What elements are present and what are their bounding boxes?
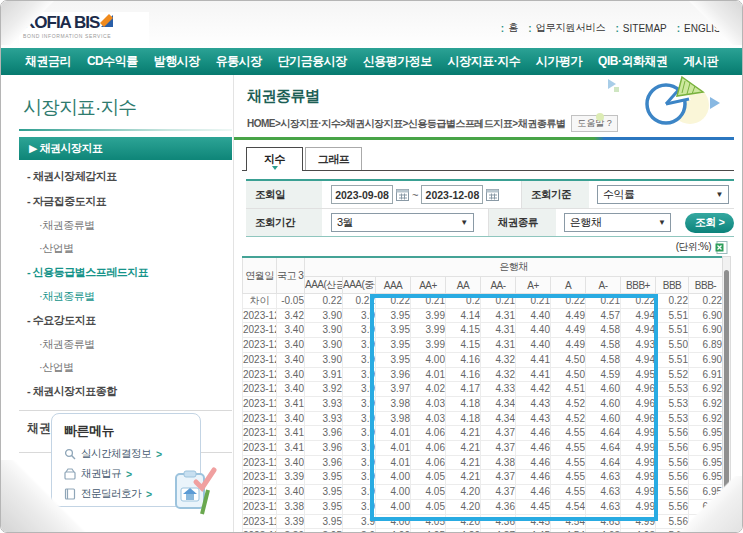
header-rule: [234, 137, 734, 140]
table-row: 2023-12-053.403.903.93.954.004.164.324.4…: [243, 352, 723, 367]
tabs: 지수 그래프: [246, 147, 734, 171]
sidebar-title-rule: [19, 129, 232, 131]
table-row: 2023-11-173.393.953.94.004.054.204.374.4…: [243, 529, 723, 533]
sidebar-item[interactable]: - 신용등급별스프레드지표: [19, 260, 232, 285]
calendar-icon[interactable]: [486, 188, 499, 201]
table-row: 2023-11-303.413.933.93.984.034.184.344.4…: [243, 396, 723, 411]
rating-header-row: AAA(산금AAA(중금AAAAA+AAAA-A+AA-BBB+BBBBBB-: [243, 277, 723, 294]
quickmenu-label: 실시간체결정보: [81, 447, 151, 461]
table-row: 2023-12-043.403.913.93.964.014.164.324.4…: [243, 367, 723, 382]
top-bar: KOFIA BIS BOND INFORMATION SERVICE :홈:업무…: [1, 1, 742, 48]
logo-arrow-icon: [100, 14, 114, 28]
sidebar-item[interactable]: - 채권시장지표종합: [19, 379, 232, 404]
utility-link-label: SITEMAP: [623, 23, 667, 34]
rating-column-header: A: [551, 277, 586, 294]
nav-item[interactable]: 유통시장: [216, 53, 262, 70]
quick-menu-box: 빠른메뉴 실시간체결정보 > 채권법규 > 전문딜러호가 >: [51, 413, 201, 507]
book-icon: [64, 488, 76, 500]
archive-icon: [64, 468, 76, 480]
utility-link[interactable]: :업무지원서비스: [528, 21, 605, 35]
table-body: 차이-0.050.220.220.220.210.20.210.210.220.…: [243, 294, 723, 533]
table-row: 차이-0.050.220.220.220.210.20.210.210.220.…: [243, 294, 723, 309]
utility-link-label: 홈: [508, 21, 518, 35]
basis-select[interactable]: 수익률▼: [597, 185, 729, 204]
sidebar-item[interactable]: ·산업별: [19, 237, 232, 260]
rating-column-header: A+: [516, 277, 551, 294]
rating-column-header: A-: [586, 277, 621, 294]
chevron-right-icon: >: [126, 468, 132, 480]
calendar-icon[interactable]: [396, 188, 409, 201]
nav-item[interactable]: 채권금리: [25, 53, 71, 70]
nav-item[interactable]: CD수익률: [87, 53, 138, 70]
bond-type-label: 채권종류: [488, 209, 556, 236]
content: 시장지표·지수 ▶ 채권시장지표- 채권시장체감지표- 자금집중도지표·채권종류…: [1, 75, 742, 532]
nav-item[interactable]: 발행시장: [154, 53, 200, 70]
sidebar-title: 시장지표·지수: [23, 95, 232, 121]
table-row: 2023-12-063.403.903.93.953.994.154.314.4…: [243, 338, 723, 353]
sidebar-item[interactable]: - 자금집중도지표: [19, 189, 232, 214]
rating-column-header: BBB-: [689, 277, 723, 294]
utility-link[interactable]: :홈: [501, 21, 518, 35]
quickmenu-item-realtime[interactable]: 실시간체결정보 >: [64, 447, 200, 461]
kofia-bis-logo[interactable]: KOFIA BIS BOND INFORMATION SERVICE: [19, 12, 149, 48]
table-scrollbar[interactable]: [722, 256, 731, 524]
tab-label: 그래프: [318, 153, 350, 165]
date-range-separator: ~: [412, 189, 418, 201]
sidebar-item[interactable]: ·채권종류별: [19, 285, 232, 308]
logo-title: KOFIA BIS: [23, 14, 99, 32]
sidebar-item[interactable]: - 채권시장체감지표: [19, 164, 232, 189]
period-select-value: 3월: [337, 215, 353, 230]
utility-link[interactable]: :ENGLISH: [677, 23, 728, 34]
link-separator: :: [528, 23, 531, 34]
utility-link[interactable]: :SITEMAP: [616, 23, 667, 34]
search-form: 조회일 ~ 조회기준 수익률▼ 조회기간 3월▼ 채권종류 은행채▼: [246, 179, 734, 237]
quickmenu-label: 채권법규: [81, 467, 121, 481]
chevron-right-icon: >: [146, 488, 152, 500]
sidebar-item[interactable]: ▶ 채권시장지표: [19, 137, 232, 160]
scrollbar-thumb[interactable]: [724, 270, 729, 495]
page: KOFIA BIS BOND INFORMATION SERVICE :홈:업무…: [0, 0, 743, 533]
table-row: 2023-11-233.393.953.94.004.054.214.374.4…: [243, 470, 723, 485]
clipboard-check-icon: [172, 466, 218, 516]
quick-menu-title: 빠른메뉴: [64, 422, 200, 440]
utility-link-label: ENGLISH: [684, 23, 728, 34]
logo-subtitle: BOND INFORMATION SERVICE: [23, 33, 145, 39]
table-row: 2023-12-013.403.923.93.974.024.174.334.4…: [243, 382, 723, 397]
search-button[interactable]: 조회 >: [685, 213, 734, 233]
tab-index[interactable]: 지수: [246, 147, 303, 171]
bond-type-select[interactable]: 은행채▼: [564, 213, 672, 232]
main-panel: 채권종류별 HOME>시장지표·지수>채권시장지표>신용등급별스프레드지표>채권…: [233, 75, 734, 532]
table-row: 2023-12-073.403.903.93.953.994.154.314.4…: [243, 323, 723, 338]
table-row: 2023-12-083.423.903.93.953.994.144.314.4…: [243, 308, 723, 323]
utility-link-label: 업무지원서비스: [536, 21, 606, 35]
rating-column-header: BBB: [656, 277, 689, 294]
basis-select-value: 수익률: [603, 187, 635, 202]
nav-item[interactable]: 시장지표·지수: [448, 53, 521, 70]
date-from-input[interactable]: [331, 185, 393, 204]
nav-item[interactable]: QIB·외화채권: [598, 53, 667, 70]
group-column-header: 은행채: [305, 257, 723, 277]
date-to-input[interactable]: [421, 185, 483, 204]
tab-label: 지수: [264, 153, 285, 165]
excel-download-icon[interactable]: [715, 241, 728, 254]
table-row: 2023-11-273.413.963.94.014.064.214.374.4…: [243, 441, 723, 456]
side-menu: ▶ 채권시장지표- 채권시장체감지표- 자금집중도지표·채권종류별·산업별- 신…: [19, 137, 232, 404]
sidebar-item[interactable]: ·채권종류별: [19, 214, 232, 237]
sidebar: 시장지표·지수 ▶ 채권시장지표- 채권시장체감지표- 자금집중도지표·채권종류…: [13, 85, 232, 532]
ktb-column-header: 국고 3월: [277, 257, 305, 294]
sidebar-item[interactable]: ·채권종류별: [19, 333, 232, 356]
link-separator: :: [677, 23, 680, 34]
sidebar-item[interactable]: ·산업별: [19, 356, 232, 379]
period-select[interactable]: 3월▼: [331, 213, 474, 232]
table-row: 2023-11-243.403.963.94.014.064.214.384.4…: [243, 455, 723, 470]
nav-item[interactable]: 신용평가정보: [363, 53, 432, 70]
chevron-down-icon: ▼: [716, 190, 723, 199]
sidebar-item[interactable]: - 수요강도지표: [19, 308, 232, 333]
nav-item[interactable]: 게시판: [683, 53, 718, 70]
nav-item[interactable]: 시가평가: [536, 53, 582, 70]
link-separator: :: [501, 23, 504, 34]
nav-item[interactable]: 단기금융시장: [278, 53, 347, 70]
breadcrumb: HOME>시장지표·지수>채권시장지표>신용등급별스프레드지표>채권종류별: [247, 117, 565, 131]
date-label: 조회일: [246, 181, 322, 208]
tab-graph[interactable]: 그래프: [305, 147, 362, 170]
